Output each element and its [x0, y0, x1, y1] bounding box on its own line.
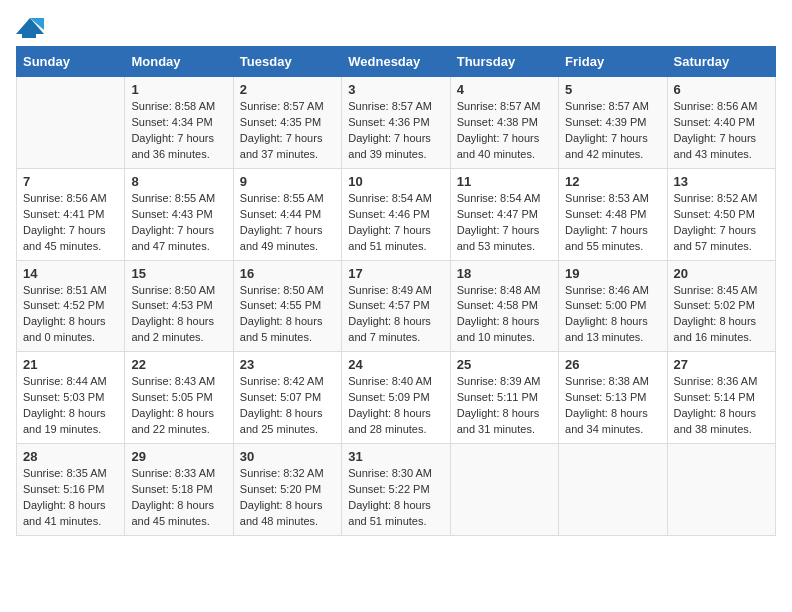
day-number: 21 [23, 357, 118, 372]
daylight-text: Daylight: 7 hours and 42 minutes. [565, 131, 660, 163]
day-cell: 23Sunrise: 8:42 AMSunset: 5:07 PMDayligh… [233, 352, 341, 444]
sunset-text: Sunset: 5:13 PM [565, 390, 660, 406]
sunrise-text: Sunrise: 8:54 AM [457, 191, 552, 207]
sunset-text: Sunset: 5:07 PM [240, 390, 335, 406]
sunset-text: Sunset: 4:53 PM [131, 298, 226, 314]
col-header-sunday: Sunday [17, 47, 125, 77]
sunrise-text: Sunrise: 8:48 AM [457, 283, 552, 299]
day-cell: 1Sunrise: 8:58 AMSunset: 4:34 PMDaylight… [125, 77, 233, 169]
daylight-text: Daylight: 8 hours and 31 minutes. [457, 406, 552, 438]
day-cell [667, 444, 775, 536]
daylight-text: Daylight: 8 hours and 34 minutes. [565, 406, 660, 438]
day-cell: 31Sunrise: 8:30 AMSunset: 5:22 PMDayligh… [342, 444, 450, 536]
day-detail: Sunrise: 8:56 AMSunset: 4:40 PMDaylight:… [674, 99, 769, 163]
day-detail: Sunrise: 8:50 AMSunset: 4:55 PMDaylight:… [240, 283, 335, 347]
sunset-text: Sunset: 4:50 PM [674, 207, 769, 223]
day-detail: Sunrise: 8:55 AMSunset: 4:43 PMDaylight:… [131, 191, 226, 255]
day-number: 24 [348, 357, 443, 372]
daylight-text: Daylight: 8 hours and 22 minutes. [131, 406, 226, 438]
day-cell: 25Sunrise: 8:39 AMSunset: 5:11 PMDayligh… [450, 352, 558, 444]
day-cell: 27Sunrise: 8:36 AMSunset: 5:14 PMDayligh… [667, 352, 775, 444]
sunset-text: Sunset: 4:35 PM [240, 115, 335, 131]
week-row-5: 28Sunrise: 8:35 AMSunset: 5:16 PMDayligh… [17, 444, 776, 536]
sunrise-text: Sunrise: 8:35 AM [23, 466, 118, 482]
day-number: 17 [348, 266, 443, 281]
sunrise-text: Sunrise: 8:52 AM [674, 191, 769, 207]
daylight-text: Daylight: 8 hours and 10 minutes. [457, 314, 552, 346]
sunset-text: Sunset: 4:57 PM [348, 298, 443, 314]
day-cell: 13Sunrise: 8:52 AMSunset: 4:50 PMDayligh… [667, 168, 775, 260]
day-cell: 24Sunrise: 8:40 AMSunset: 5:09 PMDayligh… [342, 352, 450, 444]
day-cell: 9Sunrise: 8:55 AMSunset: 4:44 PMDaylight… [233, 168, 341, 260]
sunrise-text: Sunrise: 8:56 AM [674, 99, 769, 115]
sunset-text: Sunset: 5:20 PM [240, 482, 335, 498]
sunrise-text: Sunrise: 8:50 AM [240, 283, 335, 299]
sunrise-text: Sunrise: 8:50 AM [131, 283, 226, 299]
day-cell: 4Sunrise: 8:57 AMSunset: 4:38 PMDaylight… [450, 77, 558, 169]
day-cell: 28Sunrise: 8:35 AMSunset: 5:16 PMDayligh… [17, 444, 125, 536]
sunset-text: Sunset: 4:55 PM [240, 298, 335, 314]
daylight-text: Daylight: 7 hours and 55 minutes. [565, 223, 660, 255]
day-cell [17, 77, 125, 169]
day-number: 16 [240, 266, 335, 281]
page-header [16, 16, 776, 38]
day-number: 30 [240, 449, 335, 464]
sunset-text: Sunset: 5:14 PM [674, 390, 769, 406]
sunrise-text: Sunrise: 8:45 AM [674, 283, 769, 299]
sunrise-text: Sunrise: 8:43 AM [131, 374, 226, 390]
day-cell: 18Sunrise: 8:48 AMSunset: 4:58 PMDayligh… [450, 260, 558, 352]
day-number: 20 [674, 266, 769, 281]
sunset-text: Sunset: 4:48 PM [565, 207, 660, 223]
day-detail: Sunrise: 8:55 AMSunset: 4:44 PMDaylight:… [240, 191, 335, 255]
col-header-wednesday: Wednesday [342, 47, 450, 77]
sunset-text: Sunset: 4:58 PM [457, 298, 552, 314]
day-detail: Sunrise: 8:40 AMSunset: 5:09 PMDaylight:… [348, 374, 443, 438]
day-detail: Sunrise: 8:33 AMSunset: 5:18 PMDaylight:… [131, 466, 226, 530]
day-detail: Sunrise: 8:38 AMSunset: 5:13 PMDaylight:… [565, 374, 660, 438]
day-detail: Sunrise: 8:30 AMSunset: 5:22 PMDaylight:… [348, 466, 443, 530]
day-number: 1 [131, 82, 226, 97]
daylight-text: Daylight: 8 hours and 38 minutes. [674, 406, 769, 438]
day-detail: Sunrise: 8:43 AMSunset: 5:05 PMDaylight:… [131, 374, 226, 438]
day-detail: Sunrise: 8:57 AMSunset: 4:39 PMDaylight:… [565, 99, 660, 163]
day-detail: Sunrise: 8:46 AMSunset: 5:00 PMDaylight:… [565, 283, 660, 347]
col-header-saturday: Saturday [667, 47, 775, 77]
day-detail: Sunrise: 8:53 AMSunset: 4:48 PMDaylight:… [565, 191, 660, 255]
day-detail: Sunrise: 8:44 AMSunset: 5:03 PMDaylight:… [23, 374, 118, 438]
day-cell: 8Sunrise: 8:55 AMSunset: 4:43 PMDaylight… [125, 168, 233, 260]
day-number: 23 [240, 357, 335, 372]
calendar-header-row: SundayMondayTuesdayWednesdayThursdayFrid… [17, 47, 776, 77]
day-cell: 10Sunrise: 8:54 AMSunset: 4:46 PMDayligh… [342, 168, 450, 260]
week-row-3: 14Sunrise: 8:51 AMSunset: 4:52 PMDayligh… [17, 260, 776, 352]
day-number: 6 [674, 82, 769, 97]
sunset-text: Sunset: 5:22 PM [348, 482, 443, 498]
week-row-2: 7Sunrise: 8:56 AMSunset: 4:41 PMDaylight… [17, 168, 776, 260]
sunrise-text: Sunrise: 8:53 AM [565, 191, 660, 207]
sunrise-text: Sunrise: 8:57 AM [348, 99, 443, 115]
day-cell: 29Sunrise: 8:33 AMSunset: 5:18 PMDayligh… [125, 444, 233, 536]
sunset-text: Sunset: 4:36 PM [348, 115, 443, 131]
logo [16, 16, 48, 38]
sunset-text: Sunset: 5:00 PM [565, 298, 660, 314]
day-cell: 15Sunrise: 8:50 AMSunset: 4:53 PMDayligh… [125, 260, 233, 352]
daylight-text: Daylight: 7 hours and 40 minutes. [457, 131, 552, 163]
day-detail: Sunrise: 8:50 AMSunset: 4:53 PMDaylight:… [131, 283, 226, 347]
svg-marker-1 [22, 30, 36, 38]
day-cell [559, 444, 667, 536]
day-number: 12 [565, 174, 660, 189]
day-cell: 30Sunrise: 8:32 AMSunset: 5:20 PMDayligh… [233, 444, 341, 536]
day-detail: Sunrise: 8:57 AMSunset: 4:38 PMDaylight:… [457, 99, 552, 163]
day-cell: 20Sunrise: 8:45 AMSunset: 5:02 PMDayligh… [667, 260, 775, 352]
sunrise-text: Sunrise: 8:51 AM [23, 283, 118, 299]
day-cell: 26Sunrise: 8:38 AMSunset: 5:13 PMDayligh… [559, 352, 667, 444]
day-number: 31 [348, 449, 443, 464]
daylight-text: Daylight: 7 hours and 39 minutes. [348, 131, 443, 163]
sunrise-text: Sunrise: 8:57 AM [565, 99, 660, 115]
day-cell: 7Sunrise: 8:56 AMSunset: 4:41 PMDaylight… [17, 168, 125, 260]
day-number: 7 [23, 174, 118, 189]
daylight-text: Daylight: 8 hours and 5 minutes. [240, 314, 335, 346]
daylight-text: Daylight: 7 hours and 53 minutes. [457, 223, 552, 255]
day-cell: 14Sunrise: 8:51 AMSunset: 4:52 PMDayligh… [17, 260, 125, 352]
daylight-text: Daylight: 8 hours and 16 minutes. [674, 314, 769, 346]
day-detail: Sunrise: 8:57 AMSunset: 4:36 PMDaylight:… [348, 99, 443, 163]
